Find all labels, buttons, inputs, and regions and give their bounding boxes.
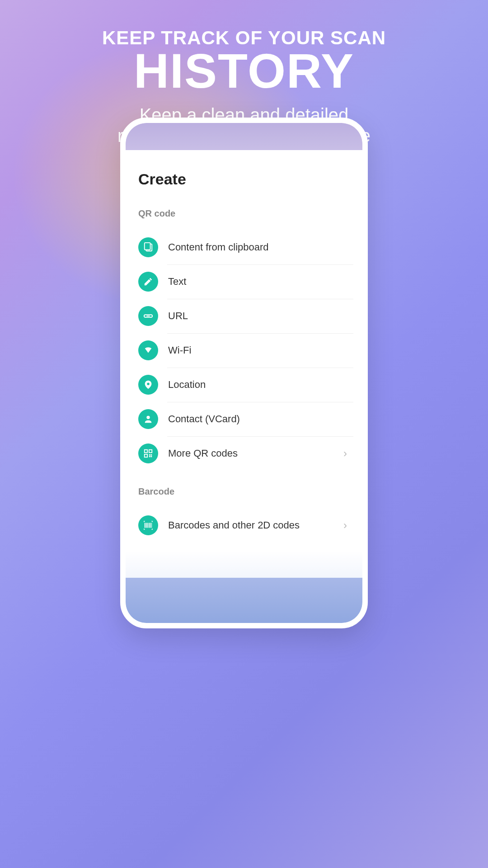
bottom-bar [126,578,362,623]
item-url[interactable]: URL [135,299,353,333]
item-clipboard[interactable]: Content from clipboard [135,230,353,264]
hero-title: HISTORY [0,47,488,95]
page-title: Create [135,170,353,188]
item-wifi[interactable]: Wi-Fi [135,333,353,368]
location-icon [138,375,158,395]
chevron-right-icon: › [343,519,347,532]
item-label: Barcodes and other 2D codes [168,519,343,531]
item-text[interactable]: Text [135,264,353,299]
item-label: Content from clipboard [168,241,350,253]
item-label: Location [168,379,350,391]
item-barcodes[interactable]: Barcodes and other 2D codes › [135,508,353,542]
item-contact[interactable]: Contact (VCard) [135,402,353,436]
item-label: URL [168,310,350,322]
barcode-icon [138,515,158,535]
contact-icon [138,409,158,429]
section-header-qr: QR code [135,208,353,219]
phone-frame: Create QR code Content from clipboard Te… [120,118,368,628]
pen-icon [138,272,158,292]
item-label: Contact (VCard) [168,413,350,425]
item-label: Text [168,276,350,288]
section-header-barcode: Barcode [135,486,353,497]
item-more-qr[interactable]: More QR codes › [135,436,353,471]
item-label: Wi-Fi [168,344,350,356]
phone-screen: Create QR code Content from clipboard Te… [126,123,362,623]
link-icon [138,306,158,326]
wifi-icon [138,340,158,360]
clipboard-icon [138,237,158,257]
status-bar [126,123,362,150]
item-location[interactable]: Location [135,368,353,402]
item-label: More QR codes [168,448,343,459]
fade-overlay [126,551,362,578]
chevron-right-icon: › [343,447,347,460]
qr-icon [138,443,158,463]
